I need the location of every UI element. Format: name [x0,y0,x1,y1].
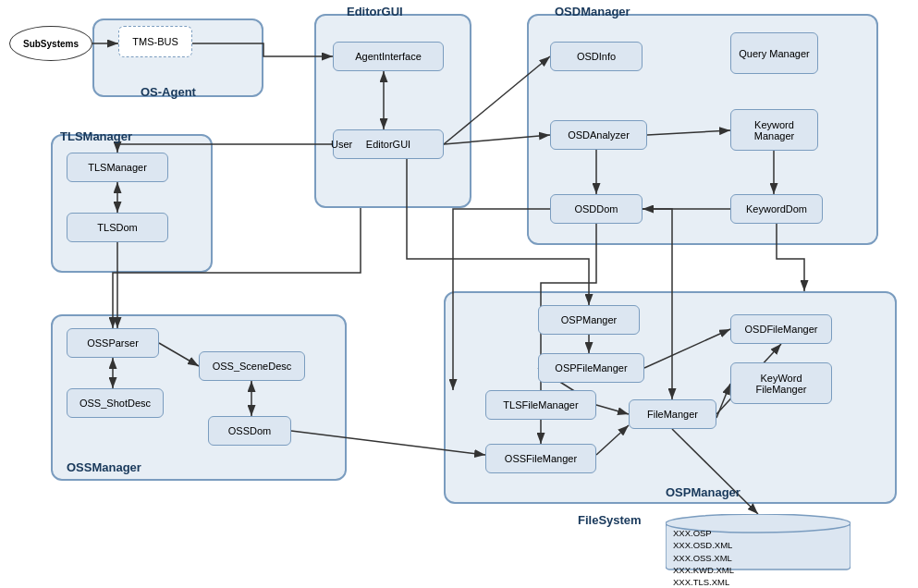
user-label: User [331,139,352,150]
osp-file-manager-label: OSPFileManger [555,362,627,374]
oss-dom-label: OSSDom [228,425,271,436]
oss-scene-desc-box: OSS_SceneDesc [199,351,305,381]
oss-file-manager-box: OSSFileManger [485,444,596,473]
agent-interface-label: AgentInterface [355,51,422,62]
osd-file-manager-box: OSDFileManger [730,314,832,344]
osd-info-box: OSDInfo [550,42,643,71]
file-item-oss: XXX.OSS.XML [673,552,734,564]
oss-shot-desc-box: OSS_ShotDesc [67,388,164,418]
query-manager-label: Query Manager [739,48,809,59]
oss-parser-box: OSSParser [67,328,159,358]
editor-gui-label: EditorGUI [347,5,403,18]
osd-manager-label: OSDManager [555,5,630,18]
tms-bus-box: TMS-BUS [118,26,192,57]
osd-file-manager-label: OSDFileManger [745,324,818,335]
file-item-osp: XXX.OSP [673,527,734,539]
oss-shot-desc-label: OSS_ShotDesc [80,398,151,409]
keyword-dom-label: KeywordDom [746,203,807,214]
osd-dom-label: OSDDom [574,203,618,214]
file-list: XXX.OSP XXX.OSD.XML XXX.OSS.XML XXX.KWD.… [673,527,734,588]
architecture-diagram: OS-Agent EditorGUI OSDManager TLSManager… [0,0,918,588]
subsystems-ellipse: SubSystems [9,26,92,61]
keyword-manager-label: Keyword Manager [735,119,814,141]
osd-dom-box: OSDDom [550,194,643,224]
tms-bus-label: TMS-BUS [132,36,178,47]
oss-dom-box: OSSDom [208,416,291,446]
tls-manager-box-label: TLSManager [88,162,147,173]
tls-file-manager-box: TLSFileManager [485,390,596,420]
subsystems-label: SubSystems [23,39,79,49]
oss-manager-label: OSSManager [67,460,141,474]
editor-gui-label: EditorGUI [366,139,410,150]
oss-file-manager-label: OSSFileManger [505,453,577,464]
file-manager-label: FileManger [647,409,698,420]
tls-dom-box: TLSDom [67,213,168,242]
osd-analyzer-box: OSDAnalyzer [550,120,647,150]
file-item-osd: XXX.OSD.XML [673,539,734,551]
keyword-manager-box: Keyword Manager [730,109,818,151]
tls-manager-box: TLSManager [67,153,168,182]
filesystem-label: FileSystem [578,513,642,527]
osp-manager-label: OSPManger [561,314,618,325]
filesystem-db: XXX.OSP XXX.OSD.XML XXX.OSS.XML XXX.KWD.… [666,514,851,574]
file-manager-box: FileManger [629,399,716,429]
osp-manager-box: OSPManger [538,305,640,335]
file-item-kwd: XXX.KWD.XML [673,564,734,576]
keyword-file-manager-box: KeyWord FileManger [730,362,832,404]
os-agent-label: OS-Agent [141,85,196,99]
osp-manager-label: OSPManager [666,485,741,499]
osd-info-label: OSDInfo [577,51,616,62]
oss-parser-label: OSSParser [87,337,139,349]
tls-file-manager-label: TLSFileManager [503,399,578,410]
oss-scene-desc-label: OSS_SceneDesc [213,361,292,372]
osd-analyzer-label: OSDAnalyzer [568,129,630,141]
keyword-dom-box: KeywordDom [730,194,823,224]
query-manager-box: Query Manager [730,32,818,74]
file-item-tls: XXX.TLS.XML [673,576,734,588]
tls-dom-label: TLSDom [97,222,137,233]
agent-interface-box: AgentInterface [333,42,444,71]
osp-file-manager-box: OSPFileManger [538,353,644,383]
tls-manager-label: TLSManager [60,129,132,143]
keyword-file-manager-label: KeyWord FileManger [735,373,827,395]
